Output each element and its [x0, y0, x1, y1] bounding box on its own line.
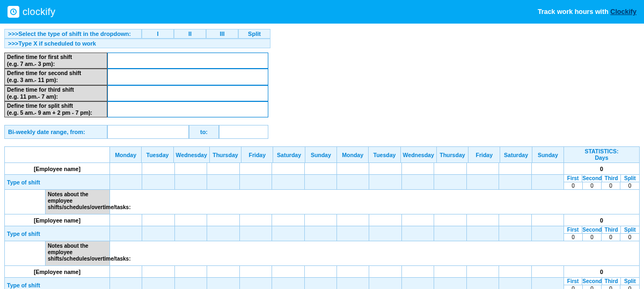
day-cell[interactable] — [402, 163, 434, 175]
shift-cell[interactable] — [369, 278, 401, 289]
shift-cell[interactable] — [434, 175, 466, 190]
day-cell[interactable] — [402, 214, 434, 226]
shift-cell[interactable] — [110, 175, 142, 190]
shift-cell[interactable] — [305, 278, 337, 289]
def-input-3[interactable] — [107, 85, 268, 101]
shift-cell[interactable] — [499, 226, 531, 241]
employee-name[interactable]: [Employee name] — [5, 214, 110, 226]
day-cell[interactable] — [402, 266, 434, 278]
day-cell[interactable] — [175, 163, 207, 175]
day-cell[interactable] — [305, 163, 337, 175]
notes-input[interactable] — [110, 241, 639, 266]
day-cell[interactable] — [240, 266, 272, 278]
shift-opt-2[interactable]: II — [174, 29, 206, 39]
shift-cell[interactable] — [402, 226, 434, 241]
shift-cell[interactable] — [402, 175, 434, 190]
day-cell[interactable] — [207, 163, 239, 175]
shift-cell[interactable] — [305, 175, 337, 190]
day-cell[interactable] — [142, 214, 174, 226]
day-cell[interactable] — [305, 266, 337, 278]
shift-cell[interactable] — [402, 278, 434, 289]
shift-cell[interactable] — [142, 278, 174, 289]
shift-cell[interactable] — [240, 226, 272, 241]
shift-cell[interactable] — [532, 278, 564, 289]
shift-cell[interactable] — [272, 175, 304, 190]
shift-cell[interactable] — [272, 278, 304, 289]
day-cell[interactable] — [272, 163, 304, 175]
shift-cell[interactable] — [369, 175, 401, 190]
day-cell[interactable] — [369, 163, 401, 175]
shift-cell[interactable] — [207, 175, 239, 190]
shift-cell[interactable] — [434, 278, 466, 289]
day-cell[interactable] — [207, 214, 239, 226]
shift-cell[interactable] — [110, 226, 142, 241]
day-cell[interactable] — [434, 214, 466, 226]
day-cell[interactable] — [142, 163, 174, 175]
shift-opt-1[interactable]: I — [142, 29, 174, 39]
day-cell[interactable] — [337, 266, 369, 278]
shift-cell[interactable] — [207, 226, 239, 241]
day-cell[interactable] — [532, 266, 564, 278]
range-from-input[interactable] — [107, 125, 189, 139]
day-cell[interactable] — [240, 163, 272, 175]
day-cell[interactable] — [434, 266, 466, 278]
day-cell[interactable] — [240, 214, 272, 226]
day-cell[interactable] — [305, 214, 337, 226]
day-cell[interactable] — [532, 214, 564, 226]
shift-cell[interactable] — [175, 226, 207, 241]
shift-cell[interactable] — [305, 226, 337, 241]
shift-cell[interactable] — [369, 226, 401, 241]
shift-cell[interactable] — [532, 175, 564, 190]
shift-cell[interactable] — [467, 278, 499, 289]
day-cell[interactable] — [499, 266, 531, 278]
shift-cell[interactable] — [272, 226, 304, 241]
range-to-input[interactable] — [219, 125, 268, 139]
day-cell[interactable] — [175, 214, 207, 226]
day-cell[interactable] — [337, 163, 369, 175]
day-cell[interactable] — [499, 163, 531, 175]
day-cell[interactable] — [467, 214, 499, 226]
shift-cell[interactable] — [532, 226, 564, 241]
day-cell[interactable] — [467, 266, 499, 278]
day-cell[interactable] — [467, 163, 499, 175]
shift-cell[interactable] — [337, 226, 369, 241]
shift-cell[interactable] — [337, 175, 369, 190]
shift-cell[interactable] — [240, 278, 272, 289]
shift-cell[interactable] — [434, 226, 466, 241]
def-input-1[interactable] — [107, 53, 268, 69]
day-cell[interactable] — [175, 266, 207, 278]
day-cell[interactable] — [142, 266, 174, 278]
shift-opt-split[interactable]: Split — [238, 29, 270, 39]
day-cell[interactable] — [369, 266, 401, 278]
shift-cell[interactable] — [499, 278, 531, 289]
day-cell[interactable] — [272, 214, 304, 226]
day-cell[interactable] — [110, 266, 142, 278]
shift-cell[interactable] — [240, 175, 272, 190]
notes-input[interactable] — [110, 190, 639, 214]
shift-cell[interactable] — [207, 278, 239, 289]
def-input-2[interactable] — [107, 69, 268, 85]
shift-cell[interactable] — [110, 278, 142, 289]
shift-cell[interactable] — [175, 175, 207, 190]
shift-cell[interactable] — [467, 175, 499, 190]
day-cell[interactable] — [434, 163, 466, 175]
day-cell[interactable] — [337, 214, 369, 226]
day-cell[interactable] — [110, 214, 142, 226]
def-input-4[interactable] — [107, 101, 268, 117]
shift-opt-3[interactable]: III — [206, 29, 238, 39]
shift-cell[interactable] — [142, 175, 174, 190]
day-cell[interactable] — [207, 266, 239, 278]
shift-cell[interactable] — [499, 175, 531, 190]
day-cell[interactable] — [110, 163, 142, 175]
shift-cell[interactable] — [467, 226, 499, 241]
day-cell[interactable] — [532, 163, 564, 175]
employee-name[interactable]: [Employee name] — [5, 163, 110, 175]
shift-cell[interactable] — [175, 278, 207, 289]
employee-name[interactable]: [Employee name] — [5, 266, 110, 278]
day-cell[interactable] — [369, 214, 401, 226]
shift-cell[interactable] — [337, 278, 369, 289]
clockify-link[interactable]: Clockify — [610, 8, 636, 16]
day-cell[interactable] — [272, 266, 304, 278]
day-cell[interactable] — [499, 214, 531, 226]
shift-cell[interactable] — [142, 226, 174, 241]
